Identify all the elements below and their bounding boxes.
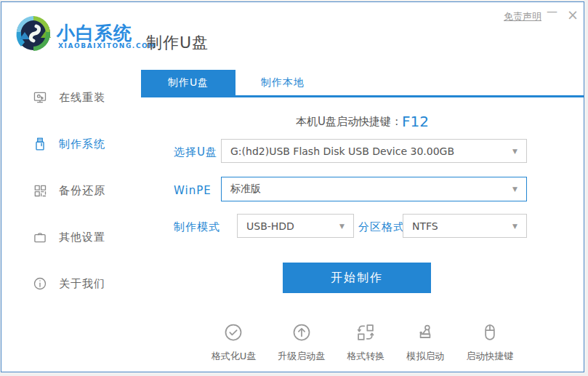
winpe-select[interactable]: 标准版 ▼ — [221, 177, 527, 201]
usb-device-value: G:(hd2)USB Flash Disk USB Device 30.00GB — [230, 145, 454, 157]
sidebar-item-other-settings[interactable]: 其他设置 — [1, 223, 141, 252]
partition-format-select[interactable]: NTFS ▼ — [403, 214, 527, 238]
toolbar-item-upgrade-boot-disk[interactable]: 升级启动盘 — [278, 322, 325, 363]
monitor-icon — [33, 90, 47, 105]
make-mode-label: 制作模式 — [174, 220, 220, 234]
partition-format-value: NTFS — [412, 220, 438, 232]
hotkey-label: 本机U盘启动快捷键： — [296, 115, 402, 128]
hotkey-hint: 本机U盘启动快捷键：F12 — [141, 113, 584, 130]
chevron-down-icon: ▼ — [339, 223, 345, 230]
convert-squares-icon — [355, 322, 376, 345]
chevron-down-icon: ▼ — [512, 148, 517, 155]
make-mode-select[interactable]: USB-HDD ▼ — [237, 214, 354, 238]
chevron-down-icon: ▼ — [512, 223, 517, 230]
app-window: 小白系统 XIAOBAIXITONG.COM 制作U盘 免责声明 — × 在线重… — [1, 1, 584, 372]
tab-underline — [141, 95, 584, 97]
sidebar-item-label: 关于我们 — [59, 277, 105, 291]
check-circle-icon — [223, 322, 243, 345]
hotkey-value: F12 — [402, 113, 429, 130]
info-circle-icon — [33, 276, 47, 291]
sidebar-item-make-system[interactable]: 制作系统 — [1, 129, 141, 159]
disclaimer-link[interactable]: 免责声明 — [504, 10, 541, 23]
usb-device-select[interactable]: G:(hd2)USB Flash Disk USB Device 30.00GB… — [221, 139, 527, 163]
toolbar-item-label: 格式化U盘 — [212, 350, 257, 363]
toolbar-item-simulate-boot[interactable]: 模拟启动 — [406, 322, 444, 363]
sidebar-item-label: 其他设置 — [59, 231, 105, 244]
make-mode-value: USB-HDD — [246, 220, 294, 232]
toolbar-item-label: 格式转换 — [347, 350, 384, 363]
toolbar-item-label: 升级启动盘 — [278, 350, 325, 363]
sidebar: 在线重装 制作系统 备份还原 — [1, 68, 141, 366]
toolbar-item-format-usb[interactable]: 格式化U盘 — [212, 322, 257, 363]
sidebar-item-label: 制作系统 — [59, 137, 105, 151]
stamp-icon — [415, 322, 435, 345]
toolbar-item-label: 启动快捷键 — [466, 350, 513, 363]
sidebar-item-online-reinstall[interactable]: 在线重装 — [1, 83, 141, 112]
tab-make-local[interactable]: 制作本地 — [235, 70, 330, 95]
partition-format-label: 分区格式 — [358, 220, 405, 234]
minimize-button[interactable]: — — [547, 4, 557, 20]
sidebar-item-label: 备份还原 — [59, 184, 105, 198]
close-button[interactable]: × — [567, 7, 579, 23]
tab-bar: 制作U盘 制作本地 — [141, 70, 584, 97]
usb-drive-icon — [33, 137, 47, 151]
page-title: 制作U盘 — [146, 32, 209, 54]
mouse-icon — [480, 322, 500, 345]
toolbar-item-label: 模拟启动 — [406, 350, 444, 363]
select-usb-label: 选择U盘 — [174, 145, 217, 159]
toolbar-item-format-convert[interactable]: 格式转换 — [347, 322, 384, 363]
tab-make-usb[interactable]: 制作U盘 — [141, 70, 235, 95]
sidebar-item-about-us[interactable]: 关于我们 — [1, 269, 141, 298]
winpe-label: WinPE — [174, 184, 212, 197]
sidebar-item-label: 在线重装 — [59, 91, 105, 105]
briefcase-icon — [33, 230, 47, 244]
winpe-value: 标准版 — [230, 183, 261, 196]
app-logo-icon — [15, 15, 52, 52]
brand-domain: XIAOBAIXITONG.COM — [58, 42, 156, 49]
backup-grid-icon — [33, 183, 47, 198]
arrow-up-circle-icon — [291, 322, 312, 345]
bottom-toolbar: 格式化U盘 升级启动盘 格式 — [141, 322, 584, 363]
toolbar-item-boot-hotkey[interactable]: 启动快捷键 — [466, 322, 513, 363]
chevron-down-icon: ▼ — [512, 185, 517, 193]
sidebar-item-backup-restore[interactable]: 备份还原 — [1, 176, 141, 205]
start-make-button[interactable]: 开始制作 — [283, 263, 431, 293]
